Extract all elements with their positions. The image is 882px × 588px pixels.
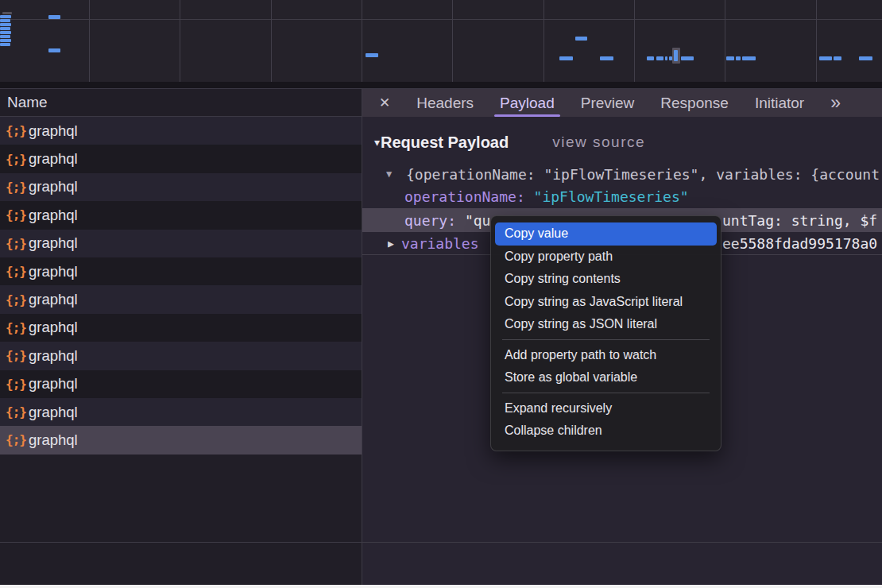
overview-request-bar: [819, 56, 832, 60]
menu-item-copy-value[interactable]: Copy value: [495, 222, 717, 246]
overview-request-bar: [48, 48, 60, 52]
overview-gridline: [816, 0, 817, 82]
payload-root-preview: {operationName: "ipFlowTimeseries", vari…: [406, 166, 880, 183]
request-row[interactable]: {;}graphql: [0, 370, 362, 398]
overview-midline: [0, 19, 882, 20]
overview-request-bar: [859, 56, 872, 60]
footer-divider: [0, 542, 882, 543]
request-name: graphql: [29, 122, 78, 140]
request-row[interactable]: {;}graphql: [0, 426, 362, 454]
overview-request-bar: [681, 56, 694, 60]
menu-item-copy-property-path[interactable]: Copy property path: [495, 246, 717, 269]
collapsed-caret-icon[interactable]: ▶: [388, 238, 394, 250]
request-row[interactable]: {;}graphql: [0, 145, 362, 172]
request-name: graphql: [29, 291, 78, 308]
menu-item-copy-string-as-json-literal[interactable]: Copy string as JSON literal: [495, 313, 717, 336]
context-menu: Copy valueCopy property pathCopy string …: [490, 215, 721, 451]
overview-request-bar: [0, 43, 10, 46]
overview-request-bar: [647, 56, 654, 60]
overview-gridline: [362, 0, 362, 82]
request-row[interactable]: {;}graphql: [0, 117, 362, 145]
menu-item-copy-string-contents[interactable]: Copy string contents: [495, 268, 717, 291]
menu-separator: [502, 393, 710, 393]
request-rows: {;}graphql{;}graphql{;}graphql{;}graphql…: [0, 117, 362, 455]
expanded-caret-icon[interactable]: ▼: [386, 168, 392, 180]
tab-initiator[interactable]: Initiator: [755, 89, 804, 118]
name-column-label: Name: [7, 94, 48, 111]
property-key: query:: [404, 212, 456, 229]
property-key: variables: [401, 235, 479, 252]
section-title: Request Payload: [381, 133, 509, 152]
property-value-right-fragment: ee5588fdad995178a0: [722, 235, 877, 252]
overview-request-bar: [2, 12, 12, 14]
property-value: "ipFlowTimeseries": [534, 188, 689, 205]
tab-preview[interactable]: Preview: [581, 89, 635, 118]
property-key: operationName:: [404, 188, 525, 205]
menu-item-expand-recursively[interactable]: Expand recursively: [495, 397, 717, 420]
property-value-right-fragment: untTag: string, $f: [722, 212, 877, 229]
overview-request-bar: [48, 15, 60, 19]
menu-item-store-as-global-variable[interactable]: Store as global variable: [495, 366, 717, 389]
json-braces-icon: {;}: [6, 404, 29, 420]
request-name: graphql: [29, 207, 78, 224]
request-row[interactable]: {;}graphql: [0, 201, 362, 229]
json-braces-icon: {;}: [6, 432, 29, 447]
view-source-link[interactable]: view source: [552, 133, 645, 151]
request-row[interactable]: {;}graphql: [0, 342, 362, 369]
overview-gridline: [180, 0, 180, 82]
page-bottom-edge: [0, 585, 882, 588]
overview-request-bar: [742, 56, 756, 60]
payload-row-operation-name[interactable]: operationName: "ipFlowTimeseries": [362, 185, 882, 208]
request-name: graphql: [29, 150, 78, 168]
request-list-panel: Name {;}graphql{;}graphql{;}graphql{;}gr…: [0, 88, 362, 585]
overview-request-bar: [0, 19, 10, 22]
overview-request-bar: [559, 56, 573, 60]
overview-request-bar: [0, 27, 10, 30]
overview-request-bar: [0, 31, 11, 34]
request-row[interactable]: {;}graphql: [0, 257, 362, 285]
tab-response[interactable]: Response: [660, 89, 729, 118]
json-braces-icon: {;}: [6, 377, 29, 392]
overview-gridline: [271, 0, 272, 82]
payload-root-row[interactable]: ▼ {operationName: "ipFlowTimeseries", va…: [362, 163, 882, 185]
json-braces-icon: {;}: [6, 348, 29, 363]
tab-headers[interactable]: Headers: [416, 89, 474, 118]
request-row[interactable]: {;}graphql: [0, 230, 362, 257]
request-row[interactable]: {;}graphql: [0, 285, 362, 313]
overview-request-bar: [726, 56, 734, 60]
overview-request-bar: [0, 35, 10, 38]
overview-request-bar: [0, 39, 11, 42]
overview-request-bar: [600, 56, 613, 60]
request-row[interactable]: {;}graphql: [0, 173, 362, 201]
overview-gridline: [634, 0, 635, 82]
menu-item-copy-string-as-javascript-literal[interactable]: Copy string as JavaScript literal: [495, 291, 717, 314]
request-name: graphql: [29, 234, 78, 252]
json-braces-icon: {;}: [6, 320, 29, 335]
network-overview-timeline[interactable]: [0, 0, 882, 82]
request-row[interactable]: {;}graphql: [0, 398, 362, 426]
name-column-header[interactable]: Name: [0, 88, 362, 117]
overview-request-bar: [656, 56, 663, 60]
request-name: graphql: [29, 319, 78, 336]
overview-request-bar: [674, 50, 678, 61]
request-payload-section-header: ▾ Request Payload view source: [374, 130, 645, 154]
request-name: graphql: [29, 375, 78, 393]
json-braces-icon: {;}: [6, 152, 29, 167]
overview-gridline: [452, 0, 453, 82]
tab-payload[interactable]: Payload: [500, 89, 555, 118]
json-braces-icon: {;}: [6, 180, 29, 195]
overview-request-bar: [0, 15, 11, 18]
overview-bottom-gap: [0, 82, 882, 88]
more-tabs-chevron-icon[interactable]: »: [830, 94, 841, 112]
menu-separator: [502, 339, 710, 340]
menu-item-collapse-children[interactable]: Collapse children: [495, 420, 717, 443]
overview-request-bar: [834, 56, 841, 60]
request-name: graphql: [29, 431, 78, 449]
close-icon[interactable]: ✕: [379, 95, 390, 111]
collapse-caret-icon[interactable]: ▾: [374, 136, 380, 149]
menu-item-add-property-path-to-watch[interactable]: Add property path to watch: [495, 344, 717, 367]
request-row[interactable]: {;}graphql: [0, 314, 362, 342]
overview-request-bar: [366, 53, 378, 57]
json-braces-icon: {;}: [6, 236, 29, 251]
request-name: graphql: [29, 404, 78, 421]
